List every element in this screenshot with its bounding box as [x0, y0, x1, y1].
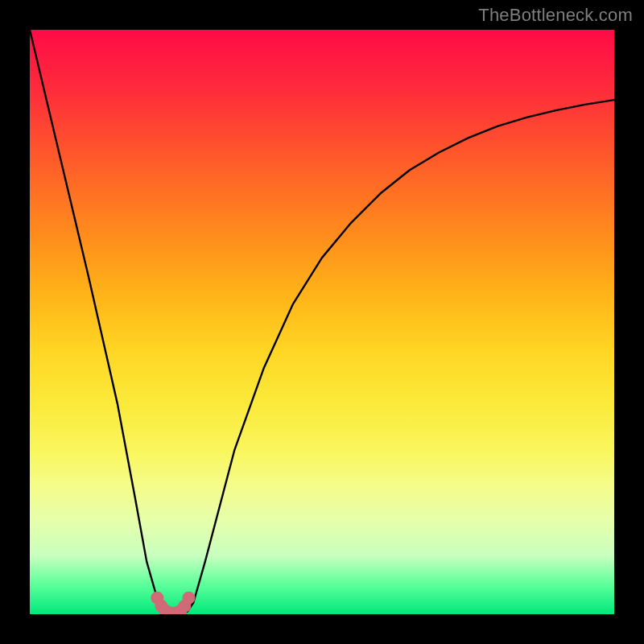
- highlight-dot: [182, 592, 195, 605]
- chart-frame: TheBottleneck.com: [0, 0, 644, 644]
- plot-area: [30, 30, 614, 614]
- highlight-dots-group: [151, 592, 195, 614]
- chart-svg: [30, 30, 614, 614]
- watermark-text: TheBottleneck.com: [478, 5, 633, 26]
- bottleneck-curve: [30, 30, 614, 614]
